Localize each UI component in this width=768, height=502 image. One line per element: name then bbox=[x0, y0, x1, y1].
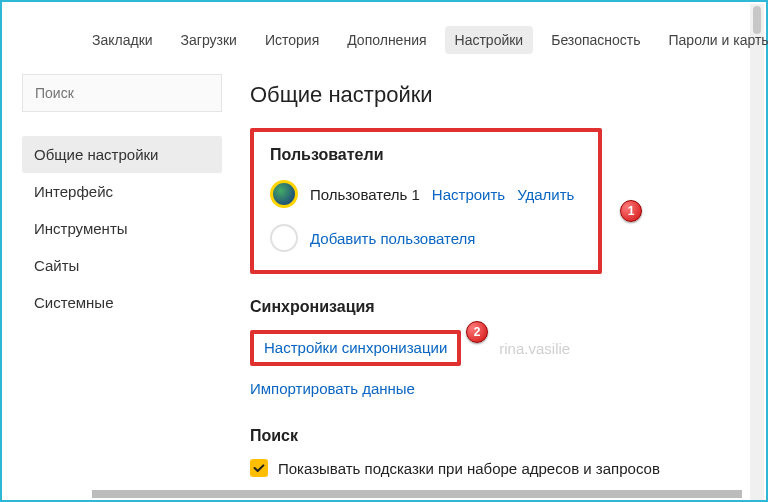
user-configure-link[interactable]: Настроить bbox=[432, 186, 505, 203]
import-data-link[interactable]: Импортировать данные bbox=[250, 380, 415, 397]
user-row: Пользователь 1 Настроить Удалить bbox=[270, 180, 582, 208]
tab-security[interactable]: Безопасность bbox=[541, 26, 650, 54]
tab-passwords[interactable]: Пароли и карты bbox=[659, 26, 768, 54]
sidebar-item-sites[interactable]: Сайты bbox=[22, 247, 222, 284]
sync-settings-highlighted: Настройки синхронизации bbox=[250, 330, 461, 366]
search-section: Поиск Показывать подсказки при наборе ад… bbox=[250, 427, 736, 496]
add-user-icon bbox=[270, 224, 298, 252]
sync-heading: Синхронизация bbox=[250, 298, 736, 316]
sync-section: Синхронизация Настройки синхронизации ri… bbox=[250, 298, 736, 397]
sidebar-item-interface[interactable]: Интерфейс bbox=[22, 173, 222, 210]
search-option-suggestions[interactable]: Показывать подсказки при наборе адресов … bbox=[250, 459, 736, 477]
sidebar-items: Общие настройки Интерфейс Инструменты Са… bbox=[22, 136, 222, 321]
tab-downloads[interactable]: Загрузки bbox=[171, 26, 247, 54]
add-user-row[interactable]: Добавить пользователя bbox=[270, 224, 582, 252]
sync-settings-row: Настройки синхронизации rina.vasilie bbox=[250, 330, 736, 366]
import-data-row: Импортировать данные bbox=[250, 380, 736, 397]
sidebar-item-system[interactable]: Системные bbox=[22, 284, 222, 321]
add-user-link[interactable]: Добавить пользователя bbox=[310, 230, 475, 247]
horizontal-scrollbar[interactable] bbox=[92, 490, 742, 498]
settings-window: Закладки Загрузки История Дополнения Нас… bbox=[0, 0, 768, 502]
user-name-label: Пользователь 1 bbox=[310, 186, 420, 203]
tab-history[interactable]: История bbox=[255, 26, 329, 54]
users-section-highlighted: Пользователи Пользователь 1 Настроить Уд… bbox=[250, 128, 602, 274]
search-heading: Поиск bbox=[250, 427, 736, 445]
sync-account-fragment: rina.vasilie bbox=[499, 340, 570, 357]
tab-bookmarks[interactable]: Закладки bbox=[82, 26, 163, 54]
user-avatar-icon[interactable] bbox=[270, 180, 298, 208]
settings-sidebar: Общие настройки Интерфейс Инструменты Са… bbox=[22, 74, 222, 321]
sidebar-item-tools[interactable]: Инструменты bbox=[22, 210, 222, 247]
sidebar-item-general[interactable]: Общие настройки bbox=[22, 136, 222, 173]
tab-settings[interactable]: Настройки bbox=[445, 26, 534, 54]
annotation-marker-1: 1 bbox=[620, 200, 642, 222]
top-tabs: Закладки Загрузки История Дополнения Нас… bbox=[82, 26, 742, 54]
settings-content: Общие настройки Пользователи Пользовател… bbox=[250, 82, 736, 496]
checkbox-checked-icon[interactable] bbox=[250, 459, 268, 477]
users-heading: Пользователи bbox=[270, 146, 582, 164]
vertical-scrollbar[interactable] bbox=[750, 4, 764, 500]
page-title: Общие настройки bbox=[250, 82, 736, 108]
sync-settings-link[interactable]: Настройки синхронизации bbox=[264, 339, 447, 356]
search-option-label: Показывать подсказки при наборе адресов … bbox=[278, 460, 660, 477]
search-input[interactable] bbox=[22, 74, 222, 112]
tab-addons[interactable]: Дополнения bbox=[337, 26, 436, 54]
annotation-marker-2: 2 bbox=[466, 321, 488, 343]
checkmark-icon bbox=[252, 461, 266, 475]
user-delete-link[interactable]: Удалить bbox=[517, 186, 574, 203]
